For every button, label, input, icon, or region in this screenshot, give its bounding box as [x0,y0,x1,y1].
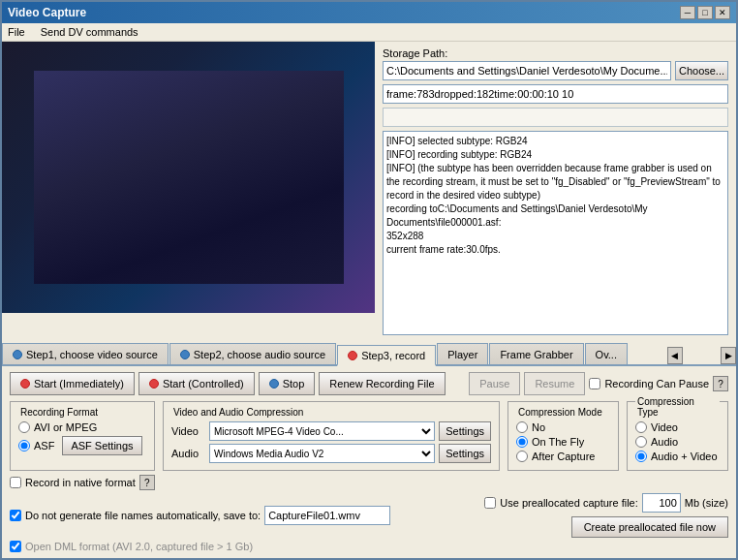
bottom-panel: Start (Immediately) Start (Controlled) S… [2,366,736,558]
renew-button[interactable]: Renew Recording File [319,372,445,395]
comp-audiovideo-radio[interactable] [635,451,647,462]
tab-frame-grabber[interactable]: Frame Grabber [489,343,583,364]
tab-bar: Step1, choose video source Step2, choose… [2,343,736,366]
tab-step2[interactable]: Step2, choose audio source [169,343,336,364]
tab-nav-left[interactable]: ◀ [667,347,683,364]
comp-audiovideo-label: Audio + Video [651,451,718,462]
recording-can-pause-label: Recording Can Pause [604,378,709,389]
right-panel: Storage Path: Choose... [INFO] selected … [375,42,736,343]
video-audio-title: Video and Audio Compression [171,407,305,418]
storage-path-input[interactable] [383,61,671,80]
tab-step3[interactable]: Step3, record [337,345,436,366]
compression-type-box: Compression Type Video Audio Audio + Vid… [627,401,728,471]
tab-nav-right[interactable]: ▶ [721,347,736,364]
video-label: Video [171,425,205,437]
start-controlled-label: Start (Controlled) [163,378,244,389]
log-line: 352x288 [386,230,724,243]
compression-mode-box: Compression Mode No On The Fly After Cap… [507,401,619,471]
tab-player[interactable]: Player [437,343,488,364]
frame-info-input [383,84,728,104]
comp-aftercapture-label: After Capture [532,451,595,462]
log-line: [INFO] selected subtype: RGB24 [386,135,724,148]
native-format-checkbox[interactable] [10,477,21,488]
auto-file-checkbox[interactable] [10,510,21,521]
start-immediately-button[interactable]: Start (Immediately) [10,372,135,395]
avi-mpeg-radio[interactable] [18,421,30,433]
menu-bar: File Send DV commands [2,23,736,42]
open-dml-checkbox[interactable] [10,541,21,552]
stop-dot [269,379,279,389]
comp-onthefly-radio[interactable] [516,436,528,448]
comp-onthefly-label: On The Fly [532,436,584,448]
auto-file-label: Do not generate file names automatically… [25,510,261,521]
comp-no-radio[interactable] [516,421,528,433]
audio-label: Audio [171,448,205,459]
close-button[interactable]: ✕ [715,6,730,19]
minimize-button[interactable]: ─ [680,6,695,19]
comp-audio-radio[interactable] [635,436,647,448]
start-immediately-dot [20,379,30,389]
menu-send-dv[interactable]: Send DV commands [39,25,140,39]
start-immediately-label: Start (Immediately) [34,378,124,389]
tab-step1-icon [13,350,22,359]
log-area: [INFO] selected subtype: RGB24[INFO] rec… [383,131,728,335]
prealloc-input[interactable] [642,493,681,513]
pause-button[interactable]: Pause [469,372,520,395]
start-controlled-dot [149,379,159,389]
tab-frame-grabber-label: Frame Grabber [500,349,572,360]
recording-help-button[interactable]: ? [713,376,728,391]
auto-file-input[interactable] [264,506,390,525]
tab-step1-label: Step1, choose video source [26,349,158,360]
native-format-label: Record in native format [25,477,136,488]
avi-mpeg-label: AVI or MPEG [34,421,97,433]
video-audio-box: Video and Audio Compression Video Micros… [163,401,500,471]
prealloc-label: Use preallocated capture file: [500,497,637,509]
video-codec-select[interactable]: Microsoft MPEG-4 Video Co... [209,421,435,441]
compression-type-title: Compression Type [635,396,720,418]
stop-button[interactable]: Stop [259,372,316,395]
extra-info-input [383,108,728,127]
tab-step1[interactable]: Step1, choose video source [2,343,169,364]
asf-radio[interactable] [18,440,30,451]
choose-button[interactable]: Choose... [675,61,728,80]
log-line: [INFO] (the subtype has been overridden … [386,162,724,202]
asf-label: ASF [34,440,54,451]
maximize-button[interactable]: □ [697,6,713,19]
audio-codec-select[interactable]: Windows Media Audio V2 [209,444,435,463]
storage-path-label: Storage Path: [383,47,728,59]
audio-settings-button[interactable]: Settings [439,444,491,463]
create-prealloc-button[interactable]: Create preallocated file now [571,516,728,538]
native-help-button[interactable]: ? [139,475,155,490]
menu-file[interactable]: File [6,25,27,39]
prealloc-row: Use preallocated capture file: Mb (size) [484,493,728,513]
prealloc-checkbox[interactable] [484,497,496,509]
window-title: Video Capture [8,6,86,19]
bottom-options: Record in native format ? Do not generat… [10,475,728,552]
title-bar: Video Capture ─ □ ✕ [2,2,736,23]
tab-overflow[interactable]: Ov... [585,343,628,364]
recording-can-pause-checkbox[interactable] [589,378,600,389]
comp-video-label: Video [651,421,678,433]
comp-no-label: No [532,421,545,433]
tab-step2-label: Step2, choose audio source [194,349,325,360]
prealloc-unit: Mb (size) [685,497,728,509]
start-controlled-button[interactable]: Start (Controlled) [138,372,255,395]
tab-step2-icon [180,350,190,359]
comp-audio-label: Audio [651,436,678,448]
comp-aftercapture-radio[interactable] [516,451,528,462]
comp-video-radio[interactable] [635,421,647,433]
log-line: current frame rate:30.0fps. [386,243,724,257]
log-line: [INFO] recording subtype: RGB24 [386,148,724,162]
resume-button[interactable]: Resume [524,372,585,395]
stop-label: Stop [283,378,305,389]
tab-step3-label: Step3, record [361,350,425,361]
asf-settings-button[interactable]: ASF Settings [62,436,141,455]
video-settings-button[interactable]: Settings [439,421,491,441]
pause-label: Pause [479,378,509,389]
open-dml-label: Open DML format (AVI 2.0, captured file … [25,541,253,552]
compression-mode-title: Compression Mode [516,407,604,418]
video-preview [2,42,375,313]
tab-overflow-label: Ov... [596,349,617,360]
tab-player-label: Player [447,349,477,360]
tab-step3-icon [348,351,357,360]
